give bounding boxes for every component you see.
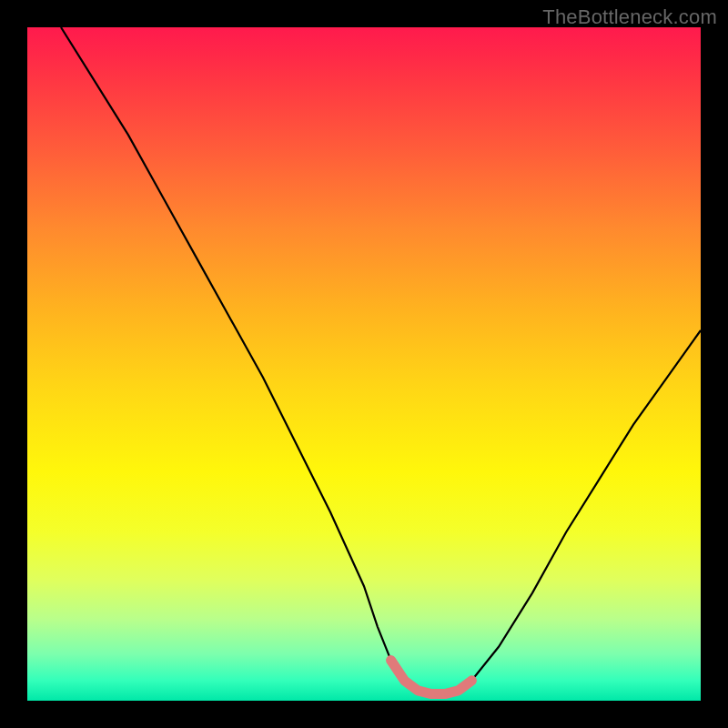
bottleneck-curve-left bbox=[61, 27, 445, 694]
optimal-range-highlight bbox=[391, 661, 472, 694]
bottleneck-curve-right bbox=[418, 330, 701, 694]
watermark-text: TheBottleneck.com bbox=[542, 5, 717, 29]
chart-svg bbox=[27, 27, 701, 701]
chart-area bbox=[27, 27, 701, 701]
